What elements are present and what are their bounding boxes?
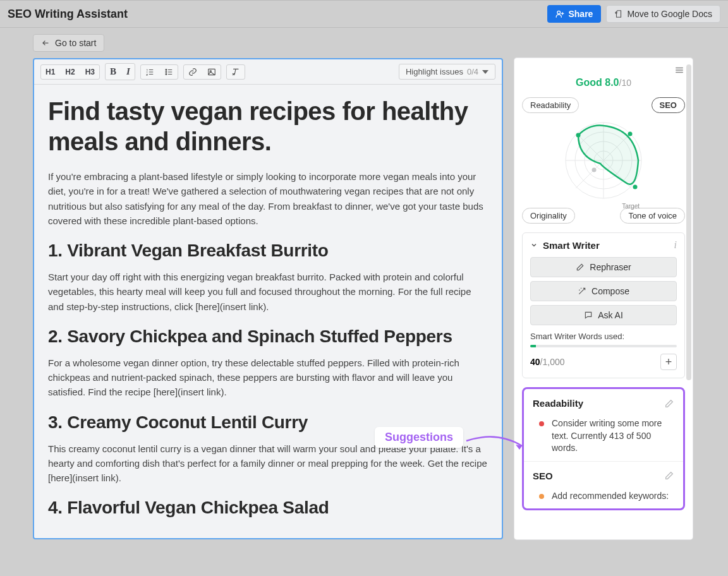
wand-icon — [578, 287, 586, 296]
svg-point-0 — [557, 11, 561, 14]
rephraser-label: Rephraser — [590, 262, 631, 272]
pencil-icon — [576, 263, 585, 272]
sub-bar: Go to start — [0, 28, 728, 58]
editor-toolbar: H1 H2 H3 B I — [34, 59, 502, 85]
document-body[interactable]: Find tasty vegan recipes for healthy mea… — [34, 85, 502, 538]
words-used-label: Smart Writer Words used: — [530, 332, 677, 341]
readability-chip[interactable]: Readability — [522, 97, 579, 113]
svg-point-1 — [166, 69, 167, 70]
sidepanel-scrollbar[interactable] — [686, 64, 691, 380]
compose-button[interactable]: Compose — [530, 281, 677, 301]
radar-chart-area: Readability SEO Originality Tone of voic… — [522, 97, 685, 224]
go-start-label: Go to start — [55, 38, 96, 48]
side-panel: Good 8.0/10 Readability SEO Originality … — [514, 58, 693, 539]
seo-title: SEO — [533, 471, 664, 481]
callout-arrow-icon — [465, 432, 528, 457]
seo-text: Add recommended keywords: — [552, 490, 669, 503]
doc-intro: If you're embracing a plant-based lifest… — [48, 169, 488, 228]
h3-button[interactable]: H3 — [81, 65, 99, 79]
unordered-list-button[interactable] — [160, 65, 178, 79]
readability-title: Readability — [533, 398, 664, 409]
smart-writer-title: Smart Writer — [543, 240, 674, 251]
share-button[interactable]: Share — [547, 5, 601, 23]
move-label: Move to Google Docs — [627, 9, 712, 19]
score-word: Good — [576, 77, 602, 88]
edit-icon[interactable] — [664, 399, 674, 409]
chevron-down-icon[interactable] — [530, 241, 538, 249]
svg-point-14 — [576, 133, 581, 138]
ordered-list-button[interactable] — [141, 65, 159, 79]
image-button[interactable] — [203, 65, 221, 79]
svg-point-2 — [166, 71, 167, 73]
status-dot-icon — [539, 494, 544, 499]
svg-point-16 — [633, 185, 638, 189]
h1-button[interactable]: H1 — [41, 65, 59, 79]
doc-h2-2: 2. Savory Chickpea and Spinach Stuffed P… — [48, 327, 488, 347]
highlight-count: 0/4 — [467, 67, 478, 76]
doc-title: Find tasty vegan recipes for healthy mea… — [48, 96, 488, 157]
move-to-gdocs-button[interactable]: Move to Google Docs — [606, 5, 720, 23]
person-plus-icon — [555, 9, 564, 18]
suggestions-card: Readability Consider writing some more t… — [522, 387, 685, 510]
info-icon[interactable]: i — [674, 239, 677, 251]
chevron-down-icon — [482, 70, 488, 74]
ask-ai-label: Ask AI — [598, 310, 623, 320]
score-denom: /10 — [619, 78, 631, 88]
rephraser-button[interactable]: Rephraser — [530, 257, 677, 277]
export-icon — [614, 9, 623, 18]
arrow-left-icon — [41, 39, 50, 47]
highlight-issues-dropdown[interactable]: Highlight issues 0/4 — [399, 64, 495, 80]
words-used-count: 40/1,000 — [530, 357, 565, 367]
words-used-bar — [530, 345, 677, 347]
editor-panel: H1 H2 H3 B I — [33, 58, 503, 539]
chat-icon — [584, 311, 593, 320]
smart-writer-card: Smart Writer i Rephraser Compose Ask AI … — [522, 232, 685, 378]
readability-suggestion: Consider writing some more text. Current… — [533, 417, 674, 455]
status-dot-icon — [539, 421, 544, 426]
readability-text: Consider writing some more text. Current… — [552, 417, 674, 455]
clear-format-button[interactable] — [227, 65, 245, 79]
bold-button[interactable]: B — [106, 64, 121, 80]
add-words-button[interactable]: + — [660, 354, 677, 370]
score-display: Good 8.0/10 — [522, 77, 685, 88]
h2-button[interactable]: H2 — [61, 65, 79, 79]
italic-button[interactable]: I — [122, 64, 135, 80]
seo-chip[interactable]: SEO — [652, 97, 685, 113]
share-label: Share — [568, 9, 593, 19]
svg-point-17 — [592, 168, 597, 172]
compose-label: Compose — [592, 286, 629, 296]
top-bar: SEO Writing Assistant Share Move to Goog… — [0, 0, 728, 28]
originality-chip[interactable]: Originality — [522, 208, 575, 224]
doc-p-1: Start your day off right with this energ… — [48, 270, 488, 314]
go-to-start-button[interactable]: Go to start — [33, 34, 104, 52]
svg-point-3 — [166, 73, 167, 75]
score-number: 8.0 — [605, 77, 619, 88]
doc-p-2: For a wholesome vegan dinner option, try… — [48, 356, 488, 400]
doc-h2-1: 1. Vibrant Vegan Breakfast Burrito — [48, 241, 488, 261]
doc-h2-4: 4. Flavorful Vegan Chickpea Salad — [48, 498, 488, 518]
highlight-label: Highlight issues — [406, 67, 463, 76]
tone-chip[interactable]: Tone of voice — [620, 208, 685, 224]
link-button[interactable] — [184, 65, 202, 79]
radar-chart-icon — [559, 116, 648, 205]
suggestions-callout: Suggestions — [375, 427, 463, 448]
svg-point-15 — [628, 132, 633, 136]
seo-suggestion: Add recommended keywords: — [533, 490, 674, 503]
app-title: SEO Writing Assistant — [8, 8, 128, 21]
edit-icon[interactable] — [664, 471, 674, 481]
menu-icon[interactable] — [674, 66, 685, 75]
ask-ai-button[interactable]: Ask AI — [530, 305, 677, 325]
